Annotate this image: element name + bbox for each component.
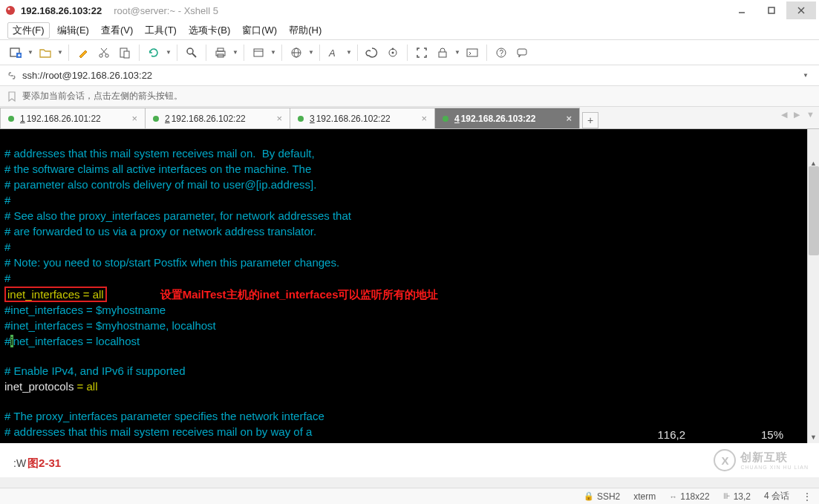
properties-icon[interactable] bbox=[249, 43, 268, 62]
tab-close-icon[interactable]: × bbox=[566, 113, 572, 124]
menu-edit[interactable]: 编辑(E) bbox=[53, 22, 94, 39]
resize-icon: ↔ bbox=[669, 492, 677, 501]
status-menu-icon[interactable]: ⋮ bbox=[803, 491, 812, 502]
bookmark-add-icon[interactable] bbox=[6, 91, 18, 102]
figure-label: :W图2-31 bbox=[13, 456, 61, 471]
svg-point-28 bbox=[392, 51, 394, 53]
svg-point-11 bbox=[105, 53, 108, 56]
app-icon bbox=[4, 4, 16, 16]
fullscreen-icon[interactable] bbox=[412, 43, 431, 62]
window-title: 192.168.26.103:22 bbox=[21, 5, 102, 16]
address-text: ssh://root@192.168.26.103:22 bbox=[22, 70, 152, 81]
tab-close-icon[interactable]: × bbox=[131, 113, 137, 124]
watermark-icon: X bbox=[714, 449, 736, 471]
spiral-icon[interactable] bbox=[362, 43, 382, 62]
status-term: xterm bbox=[633, 491, 656, 502]
status-sessions: 4 会话 bbox=[764, 490, 789, 503]
font-icon[interactable]: A bbox=[324, 43, 344, 62]
svg-line-13 bbox=[101, 48, 106, 54]
vim-pos: 116,2 bbox=[657, 428, 685, 442]
globe-dropdown[interactable]: ▼ bbox=[307, 43, 315, 62]
highlighted-config-line: inet_interfaces = all bbox=[4, 287, 107, 302]
status-cursor: ⊪13,2 bbox=[723, 491, 751, 502]
menu-tools[interactable]: 工具(T) bbox=[140, 22, 181, 39]
link-icon bbox=[6, 70, 18, 82]
svg-rect-21 bbox=[254, 49, 263, 56]
status-dot-icon bbox=[443, 116, 448, 122]
properties-dropdown[interactable]: ▼ bbox=[270, 43, 277, 62]
svg-rect-19 bbox=[218, 48, 223, 51]
status-dot-icon bbox=[8, 116, 14, 122]
tab-close-icon[interactable]: × bbox=[276, 113, 282, 124]
annotation-text: 设置MailTest主机的inet_interfaces可以监听所有的地址 bbox=[160, 288, 439, 301]
cut-icon[interactable] bbox=[94, 43, 114, 62]
menu-bar: 文件(F) 编辑(E) 查看(V) 工具(T) 选项卡(B) 窗口(W) 帮助(… bbox=[0, 21, 819, 40]
minimize-button[interactable] bbox=[727, 1, 757, 19]
menu-window[interactable]: 窗口(W) bbox=[238, 22, 281, 39]
terminal-icon[interactable] bbox=[463, 43, 482, 62]
lock-icon[interactable] bbox=[433, 43, 452, 62]
globe-icon[interactable] bbox=[287, 43, 306, 62]
svg-rect-3 bbox=[769, 7, 774, 13]
svg-text:?: ? bbox=[500, 49, 504, 57]
terminal-pane[interactable]: # addresses that this mail system receiv… bbox=[0, 129, 819, 443]
svg-rect-33 bbox=[518, 49, 526, 55]
info-bar: 要添加当前会话，点击左侧的箭头按钮。 bbox=[0, 86, 819, 107]
open-icon[interactable] bbox=[36, 43, 55, 62]
cursor-pos-icon: ⊪ bbox=[723, 491, 731, 501]
status-dot-icon bbox=[298, 116, 304, 122]
search-icon[interactable] bbox=[182, 43, 201, 62]
svg-text:A: A bbox=[328, 48, 336, 59]
refresh-icon[interactable] bbox=[144, 43, 163, 62]
watermark: X 创新互联 CHUANG XIN HU LIAN bbox=[714, 449, 809, 471]
print-icon[interactable] bbox=[211, 43, 230, 62]
scroll-thumb[interactable] bbox=[809, 166, 819, 255]
toolbar: ▼ ▼ ▼ ▼ ▼ ▼ A ▼ ▼ ? bbox=[0, 40, 819, 65]
svg-point-0 bbox=[6, 6, 15, 15]
paste-icon[interactable] bbox=[115, 43, 134, 62]
svg-line-12 bbox=[102, 48, 107, 54]
svg-line-17 bbox=[192, 53, 196, 57]
help-icon[interactable]: ? bbox=[492, 43, 511, 62]
refresh-dropdown[interactable]: ▼ bbox=[165, 43, 172, 62]
font-dropdown[interactable]: ▼ bbox=[345, 43, 353, 62]
session-tab-4[interactable]: 4192.168.26.103:22 × bbox=[434, 108, 580, 128]
status-size: ↔118x22 bbox=[669, 491, 709, 502]
status-bar: 🔒SSH2 xterm ↔118x22 ⊪13,2 4 会话 ⋮ bbox=[0, 488, 819, 504]
session-tab-1[interactable]: 1192.168.26.101:22 × bbox=[0, 108, 146, 128]
new-session-dropdown[interactable]: ▼ bbox=[27, 43, 34, 62]
svg-rect-15 bbox=[124, 51, 129, 58]
menu-help[interactable]: 帮助(H) bbox=[284, 22, 326, 39]
menu-tabs[interactable]: 选项卡(B) bbox=[184, 22, 235, 39]
scrollbar[interactable]: ▲ ▼ bbox=[807, 129, 819, 443]
footer-area: :W图2-31 X 创新互联 CHUANG XIN HU LIAN bbox=[0, 443, 819, 477]
scroll-down-icon[interactable]: ▼ bbox=[808, 431, 819, 443]
target-icon[interactable] bbox=[383, 43, 402, 62]
vim-pct: 15% bbox=[761, 428, 783, 442]
open-dropdown[interactable]: ▼ bbox=[56, 43, 64, 62]
print-dropdown[interactable]: ▼ bbox=[232, 43, 239, 62]
highlight-icon[interactable] bbox=[74, 43, 93, 62]
lock-dropdown[interactable]: ▼ bbox=[454, 43, 461, 62]
menu-view[interactable]: 查看(V) bbox=[97, 22, 137, 39]
lock-small-icon: 🔒 bbox=[584, 491, 594, 501]
address-dropdown[interactable]: ▼ bbox=[798, 72, 813, 79]
close-button[interactable] bbox=[786, 1, 816, 19]
maximize-button[interactable] bbox=[757, 1, 786, 19]
svg-point-10 bbox=[99, 53, 102, 56]
status-ssh: 🔒SSH2 bbox=[584, 491, 620, 502]
session-tab-3[interactable]: 3192.168.26.102:22 × bbox=[290, 108, 435, 128]
tab-nav[interactable]: ◀ ▶ ▼ bbox=[781, 110, 815, 120]
svg-point-16 bbox=[187, 48, 193, 54]
info-text: 要添加当前会话，点击左侧的箭头按钮。 bbox=[22, 90, 183, 102]
session-tab-2[interactable]: 2192.168.26.102:22 × bbox=[145, 108, 290, 128]
menu-file[interactable]: 文件(F) bbox=[7, 22, 50, 39]
address-bar[interactable]: ssh://root@192.168.26.103:22 ▼ bbox=[0, 65, 819, 86]
tab-add-button[interactable]: + bbox=[582, 112, 598, 128]
tab-bar: 1192.168.26.101:22 × 2192.168.26.102:22 … bbox=[0, 107, 819, 129]
tab-close-icon[interactable]: × bbox=[421, 113, 427, 124]
chat-icon[interactable] bbox=[512, 43, 532, 62]
new-session-icon[interactable] bbox=[6, 43, 25, 62]
svg-point-1 bbox=[8, 8, 10, 10]
svg-rect-29 bbox=[439, 52, 446, 57]
